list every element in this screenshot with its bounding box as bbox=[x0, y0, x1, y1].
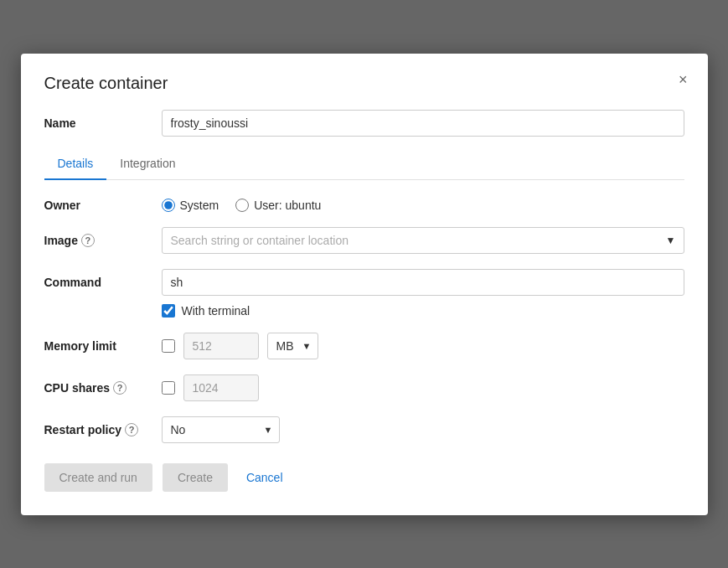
image-row: Image ? Search string or container locat… bbox=[44, 227, 684, 254]
memory-limit-content: MB GB ▼ bbox=[162, 333, 684, 359]
restart-policy-row: Restart policy ? No Always On failure Un… bbox=[44, 416, 684, 443]
restart-policy-select[interactable]: No Always On failure Unless stopped bbox=[162, 416, 280, 443]
name-field-row: Name bbox=[44, 110, 684, 137]
memory-limit-row: Memory limit MB GB ▼ bbox=[44, 333, 684, 359]
name-field-content bbox=[162, 110, 684, 137]
image-content: Search string or container location ▼ bbox=[162, 227, 684, 254]
memory-unit-select-wrapper: MB GB ▼ bbox=[267, 333, 318, 359]
memory-unit-select[interactable]: MB GB bbox=[267, 333, 318, 359]
with-terminal-row: With terminal bbox=[162, 304, 684, 318]
create-and-run-button[interactable]: Create and run bbox=[44, 463, 152, 492]
dialog-footer: Create and run Create Cancel bbox=[44, 463, 684, 492]
memory-row: MB GB ▼ bbox=[162, 333, 684, 359]
owner-content: System User: ubuntu bbox=[162, 199, 684, 212]
command-area: With terminal bbox=[162, 269, 684, 318]
dialog-title: Create container bbox=[44, 74, 684, 93]
restart-policy-content: No Always On failure Unless stopped ▼ bbox=[162, 416, 684, 443]
create-container-dialog: Create container × Name Details Integrat… bbox=[21, 54, 708, 515]
cpu-shares-content bbox=[162, 374, 684, 401]
owner-row: Owner System User: ubuntu bbox=[44, 199, 684, 212]
name-input[interactable] bbox=[162, 110, 684, 137]
image-label: Image ? bbox=[44, 234, 162, 247]
owner-radio-group: System User: ubuntu bbox=[162, 199, 684, 212]
create-button[interactable]: Create bbox=[163, 463, 228, 492]
image-help-icon[interactable]: ? bbox=[81, 234, 95, 247]
image-select[interactable]: Search string or container location bbox=[162, 227, 684, 254]
owner-label: Owner bbox=[44, 199, 162, 212]
cpu-shares-inner-row bbox=[162, 374, 684, 401]
memory-limit-checkbox[interactable] bbox=[162, 339, 175, 353]
restart-policy-select-wrapper: No Always On failure Unless stopped ▼ bbox=[162, 416, 280, 443]
owner-user-radio[interactable] bbox=[235, 199, 249, 212]
command-label: Command bbox=[44, 269, 162, 289]
tab-details[interactable]: Details bbox=[44, 148, 107, 180]
restart-policy-help-icon[interactable]: ? bbox=[125, 423, 138, 436]
restart-policy-label: Restart policy ? bbox=[44, 423, 162, 436]
command-row: Command With terminal bbox=[44, 269, 684, 318]
owner-system-radio[interactable] bbox=[162, 199, 175, 212]
tab-integration[interactable]: Integration bbox=[106, 148, 188, 180]
owner-system-label: System bbox=[180, 199, 219, 212]
memory-limit-label: Memory limit bbox=[44, 339, 162, 353]
cpu-shares-checkbox[interactable] bbox=[162, 381, 175, 395]
with-terminal-label[interactable]: With terminal bbox=[182, 304, 250, 318]
tabs-bar: Details Integration bbox=[44, 148, 684, 180]
cpu-shares-input[interactable] bbox=[183, 374, 259, 401]
cpu-shares-label: CPU shares ? bbox=[44, 381, 162, 395]
close-button[interactable]: × bbox=[675, 69, 691, 90]
owner-system-option[interactable]: System bbox=[162, 199, 219, 212]
name-label: Name bbox=[44, 116, 162, 130]
owner-user-option[interactable]: User: ubuntu bbox=[235, 199, 321, 212]
image-select-wrapper: Search string or container location ▼ bbox=[162, 227, 684, 254]
owner-user-label: User: ubuntu bbox=[254, 199, 321, 212]
cpu-shares-help-icon[interactable]: ? bbox=[113, 381, 126, 395]
memory-limit-input[interactable] bbox=[183, 333, 259, 359]
command-input[interactable] bbox=[162, 269, 684, 296]
command-content: With terminal bbox=[162, 269, 684, 318]
cpu-shares-row: CPU shares ? bbox=[44, 374, 684, 401]
cancel-button[interactable]: Cancel bbox=[238, 463, 292, 492]
with-terminal-checkbox[interactable] bbox=[162, 304, 175, 318]
